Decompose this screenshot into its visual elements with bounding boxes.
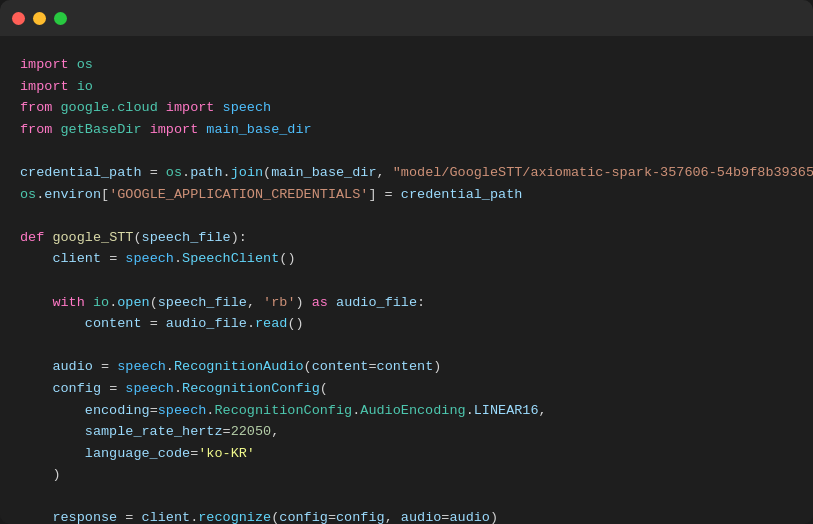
code-line-18: sample_rate_hertz=22050, (20, 421, 793, 443)
code-line-9: def google_STT(speech_file): (20, 227, 793, 249)
code-content: import os import io from google.cloud im… (0, 36, 813, 524)
code-line-10: client = speech.SpeechClient() (20, 248, 793, 270)
code-line-22: response = client.recognize(config=confi… (20, 507, 793, 524)
code-line-17: encoding=speech.RecognitionConfig.AudioE… (20, 400, 793, 422)
maximize-button[interactable] (54, 12, 67, 25)
code-editor-window: import os import io from google.cloud im… (0, 0, 813, 524)
code-line-16: config = speech.RecognitionConfig( (20, 378, 793, 400)
code-line-13: content = audio_file.read() (20, 313, 793, 335)
code-line-3: from google.cloud import speech (20, 97, 793, 119)
code-line-6: credential_path = os.path.join(main_base… (20, 162, 793, 184)
minimize-button[interactable] (33, 12, 46, 25)
traffic-lights (12, 12, 67, 25)
code-line-2: import io (20, 76, 793, 98)
code-line-12: with io.open(speech_file, 'rb') as audio… (20, 292, 793, 314)
code-line-14 (20, 335, 793, 357)
code-line-20: ) (20, 464, 793, 486)
code-line-11 (20, 270, 793, 292)
code-line-19: language_code='ko-KR' (20, 443, 793, 465)
close-button[interactable] (12, 12, 25, 25)
code-line-4: from getBaseDir import main_base_dir (20, 119, 793, 141)
code-line-15: audio = speech.RecognitionAudio(content=… (20, 356, 793, 378)
code-line-1: import os (20, 54, 793, 76)
code-line-8 (20, 205, 793, 227)
titlebar (0, 0, 813, 36)
code-line-21 (20, 486, 793, 508)
code-line-5 (20, 140, 793, 162)
code-line-7: os.environ['GOOGLE_APPLICATION_CREDENTIA… (20, 184, 793, 206)
